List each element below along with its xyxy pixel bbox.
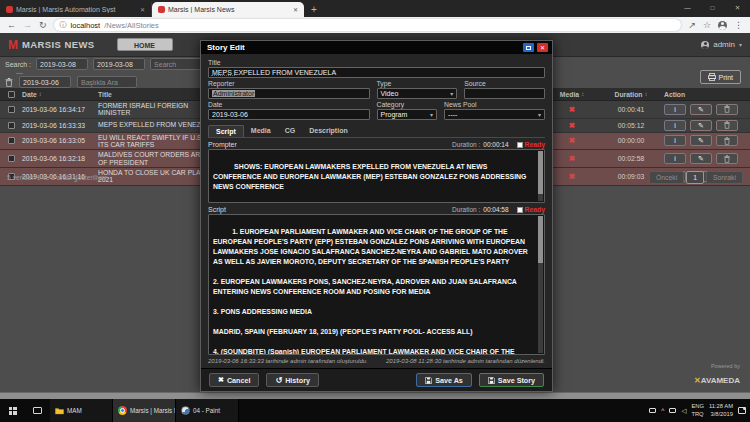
date-filter-input[interactable]: 2019-03-06 — [19, 76, 71, 88]
date-to-input[interactable]: 2019-03-08 — [93, 58, 145, 70]
edit-button[interactable]: ✎ — [690, 135, 712, 146]
modal-close-button[interactable]: ✕ — [537, 43, 548, 52]
window-maximize-icon[interactable]: □ — [700, 0, 725, 15]
tab-close-icon[interactable]: ✕ — [140, 6, 145, 13]
print-button[interactable]: Print — [700, 70, 741, 84]
start-button[interactable] — [0, 399, 25, 422]
cancel-x-icon: ✖ — [218, 376, 224, 384]
script-textarea[interactable]: 1. EUROPEAN PARLIAMENT LAWMAKER AND VICE… — [208, 214, 545, 355]
pagination-next-button[interactable]: Sonraki — [706, 171, 743, 184]
delete-button[interactable] — [716, 153, 738, 164]
trash-icon — [724, 121, 730, 129]
action-center-icon[interactable] — [738, 407, 746, 414]
trash-icon — [724, 105, 730, 113]
horizontal-scrollbar[interactable] — [0, 392, 750, 399]
script-label: Script — [208, 206, 452, 213]
taskbar-item-paint[interactable]: 04 - Paint — [176, 399, 239, 422]
site-info-icon[interactable]: ⓘ — [60, 20, 67, 30]
script-scrollbar[interactable] — [538, 216, 543, 353]
window-close-icon[interactable]: ✕ — [725, 0, 750, 15]
reload-icon[interactable]: ↻ — [39, 21, 47, 30]
row-checkbox[interactable] — [8, 155, 15, 162]
info-button[interactable]: i — [664, 153, 686, 164]
chrome-icon — [118, 406, 127, 415]
scrollbar-thumb[interactable] — [538, 151, 543, 194]
tab-close-icon[interactable]: ✕ — [293, 6, 298, 13]
title-filter-input[interactable]: Başlıkla Ara — [77, 76, 137, 88]
url-path: /News/AllStories — [104, 21, 159, 30]
column-header-duration[interactable]: Duration↕ — [600, 91, 662, 98]
share-icon[interactable]: ↗ — [688, 21, 696, 30]
edit-button[interactable]: ✎ — [690, 120, 712, 131]
edit-button[interactable]: ✎ — [690, 104, 712, 115]
task-view-button[interactable] — [25, 399, 50, 422]
prompter-textarea[interactable]: SHOWS: EUROPEAN LAWMAKERS EXPELLED FROM … — [208, 149, 545, 203]
new-tab-button[interactable]: + — [311, 3, 317, 17]
tab-description[interactable]: Description — [302, 125, 355, 137]
taskbar-item-chrome[interactable]: Marsis | Marsis Ne... — [113, 399, 176, 422]
category-select[interactable]: Program▾ — [377, 109, 438, 120]
edit-button[interactable]: ✎ — [690, 153, 712, 164]
source-input[interactable] — [464, 88, 545, 99]
save-story-button[interactable]: Save Story — [479, 373, 544, 387]
history-icon: ↺ — [275, 376, 282, 385]
info-button[interactable]: i — [664, 104, 686, 115]
tab-cg[interactable]: CG — [278, 125, 303, 137]
taskbar-item-explorer[interactable]: MAM — [50, 399, 113, 422]
newspool-select[interactable]: ----▾ — [444, 109, 545, 120]
back-icon[interactable]: ← — [7, 21, 16, 30]
reporter-input[interactable]: Administrator — [208, 88, 370, 99]
date-input[interactable]: 2019-03-06 — [208, 109, 370, 120]
pagination-prev-button[interactable]: Önceki — [649, 171, 684, 184]
scrollbar-thumb[interactable] — [538, 216, 543, 263]
column-header-date[interactable]: Date↕ — [22, 91, 98, 98]
delete-button[interactable] — [716, 135, 738, 146]
pagination-page-button[interactable]: 1 — [686, 171, 704, 184]
user-menu[interactable]: admin ▾ — [701, 40, 742, 49]
tab-script[interactable]: Script — [208, 125, 244, 137]
window-minimize-icon[interactable]: — — [675, 0, 700, 15]
row-duration: 00:00:00 — [600, 137, 662, 144]
cancel-button[interactable]: ✖Cancel — [209, 373, 259, 387]
source-field-label: Source — [464, 80, 545, 87]
clock[interactable]: 11:28 AM3/8/2019 — [709, 403, 733, 417]
bookmark-star-icon[interactable]: ☆ — [703, 21, 711, 30]
prompter-ready-label: Ready — [525, 141, 545, 148]
row-checkbox[interactable] — [8, 137, 15, 144]
search-filter-row: Search : 2019-03-08 2019-03-08 Search — [5, 58, 208, 70]
prompter-scrollbar[interactable] — [538, 151, 543, 201]
bulk-delete-trash-icon[interactable] — [5, 78, 13, 87]
language-indicator[interactable]: ENGTRQ — [691, 403, 704, 417]
modal-titlebar[interactable]: Story Edit ✕ — [201, 41, 552, 54]
delete-button[interactable] — [716, 120, 738, 131]
row-duration: 00:00:41 — [600, 106, 662, 113]
modal-maximize-button[interactable] — [523, 43, 534, 52]
type-select[interactable]: Video▾ — [377, 88, 458, 99]
browser-tab-news[interactable]: Marsis | Marsis News ✕ — [152, 2, 304, 17]
address-bar[interactable]: ⓘ localhost /News/AllStories — [54, 19, 682, 31]
app-logo-text: MARSIS NEWS — [22, 39, 95, 50]
collapse-dash-icon[interactable]: — — [16, 71, 23, 75]
usb-device-icon[interactable] — [649, 408, 656, 413]
info-button[interactable]: i — [664, 120, 686, 131]
story-title-input[interactable]: MEPS EXPELLED FROM VENEZUELA — [208, 67, 545, 78]
browser-menu-icon[interactable]: ⋮ — [734, 21, 743, 30]
tab-media[interactable]: Media — [244, 125, 278, 137]
select-all-checkbox[interactable] — [8, 91, 15, 98]
forward-icon[interactable]: → — [23, 21, 32, 30]
speaker-icon[interactable]: ◁ — [681, 407, 686, 415]
history-button[interactable]: ↺History — [266, 373, 318, 387]
date-from-input[interactable]: 2019-03-08 — [36, 58, 88, 70]
save-as-button[interactable]: Save As — [416, 373, 472, 387]
browser-tab-automation[interactable]: Marsis | Marsis Automation Syst ✕ — [0, 2, 152, 17]
delete-button[interactable] — [716, 104, 738, 115]
info-button[interactable]: i — [664, 135, 686, 146]
prompter-ready-checkbox[interactable] — [517, 142, 523, 148]
row-checkbox[interactable] — [8, 106, 15, 113]
tray-chevron-icon[interactable]: ^ — [661, 407, 664, 414]
home-button[interactable]: HOME — [117, 38, 173, 51]
network-icon[interactable] — [669, 408, 676, 413]
browser-profile-avatar[interactable] — [718, 21, 727, 30]
row-checkbox[interactable] — [8, 122, 15, 129]
script-ready-checkbox[interactable] — [517, 207, 523, 213]
